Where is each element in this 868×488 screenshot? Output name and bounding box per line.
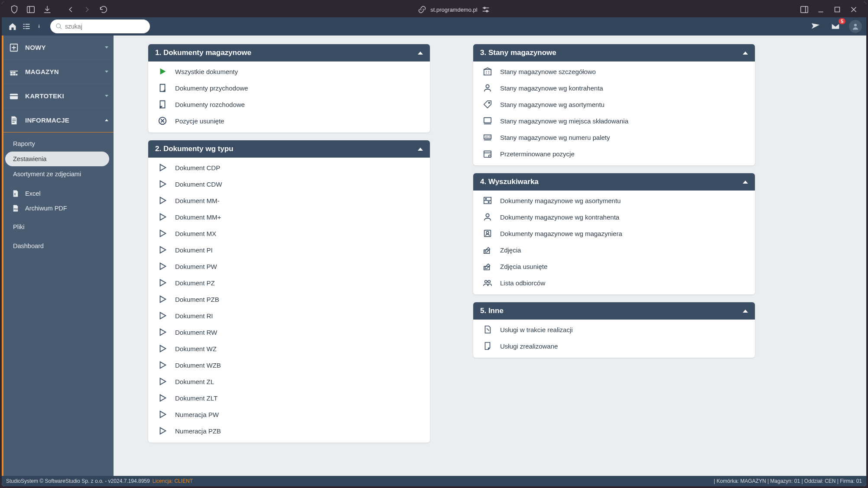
download-icon[interactable]: [42, 5, 52, 14]
list-item[interactable]: Dokument RW: [148, 324, 430, 340]
svg-point-57: [488, 281, 491, 283]
list-item[interactable]: Numeracja PW: [148, 406, 430, 423]
search-input[interactable]: [65, 23, 145, 30]
reload-icon[interactable]: [99, 5, 108, 14]
list-item[interactable]: Dokumenty magazynowe wg magazyniera: [473, 225, 755, 242]
list-item[interactable]: Przeterminowane pozycje: [473, 145, 755, 162]
home-icon[interactable]: [6, 20, 19, 33]
play-outline-icon: [157, 228, 168, 239]
svg-rect-50: [488, 201, 490, 203]
list-item[interactable]: Dokument CDP: [148, 159, 430, 176]
svg-rect-26: [16, 74, 18, 75]
list-item[interactable]: Dokumenty przychodowe: [148, 80, 430, 96]
send-icon[interactable]: [809, 20, 822, 33]
sidebar: NOWY MAGAZYN KARTOTEKI INFORMACJE Raport…: [2, 36, 114, 476]
sidebar-sub-asortyment[interactable]: Asortyment ze zdjęciami: [5, 167, 109, 181]
panel-header[interactable]: 2. Dokumenty wg typu: [148, 140, 430, 158]
shield-icon[interactable]: [10, 5, 19, 14]
list-item[interactable]: Wszystkie dokumenty: [148, 63, 430, 80]
list-item[interactable]: Dokument PW: [148, 258, 430, 275]
list-item[interactable]: Stany magazynowe wg kontrahenta: [473, 80, 755, 96]
mail-button[interactable]: 5: [829, 20, 842, 33]
sidebar-item-kartoteki[interactable]: KARTOTEKI: [3, 84, 114, 108]
people-icon: [482, 277, 493, 288]
svg-rect-31: [12, 120, 16, 121]
svg-rect-24: [10, 74, 13, 75]
sidebar-file-label: Excel: [25, 190, 40, 197]
sidebar-toggle-icon[interactable]: [26, 5, 36, 14]
svg-rect-27: [10, 71, 18, 71]
sidebar-item-nowy[interactable]: NOWY: [3, 36, 114, 60]
sidebar-sub-zestawienia[interactable]: Zestawienia: [5, 152, 109, 166]
list-item[interactable]: A123Stany magazynowe wg numeru palety: [473, 129, 755, 145]
list-item[interactable]: Dokumenty magazynowe wg asortymentu: [473, 192, 755, 209]
settings-slider-icon[interactable]: [481, 5, 491, 14]
panel-header[interactable]: 3. Stany magazynowe: [473, 44, 755, 61]
footer-copyright: StudioSystem © SoftwareStudio Sp. z o.o.…: [6, 478, 150, 484]
back-icon[interactable]: [66, 5, 75, 14]
sidebar-sub-excel[interactable]: X Excel: [3, 186, 114, 201]
list-item[interactable]: Dokument PI: [148, 242, 430, 258]
list-item[interactable]: Dokument CDW: [148, 176, 430, 192]
info-icon[interactable]: [34, 20, 47, 33]
list-item[interactable]: Dokument WZB: [148, 357, 430, 373]
search-box[interactable]: [50, 19, 150, 33]
forward-icon[interactable]: [82, 5, 92, 14]
collapse-icon[interactable]: [743, 310, 748, 313]
collapse-icon[interactable]: [743, 181, 748, 184]
panel-header[interactable]: 5. Inne: [473, 302, 755, 320]
list-item[interactable]: Dokumenty magazynowe wg kontrahenta: [473, 209, 755, 225]
sidebar-sub-pliki[interactable]: Pliki: [5, 220, 109, 234]
list-item-label: Zdjęcia usunięte: [500, 263, 547, 270]
url-text[interactable]: st.programdemo.pl: [430, 6, 477, 13]
panel-header[interactable]: 4. Wyszukiwarka: [473, 173, 755, 191]
list-item[interactable]: Usługi zrealizowane: [473, 338, 755, 354]
list-item[interactable]: Zdjęcia usunięte: [473, 258, 755, 275]
list-item[interactable]: Dokument ZL: [148, 373, 430, 390]
list-item[interactable]: Stany magazynowe szczegółowo: [473, 63, 755, 80]
status-bar: StudioSystem © SoftwareStudio Sp. z o.o.…: [2, 476, 866, 486]
collapse-icon[interactable]: [743, 52, 748, 55]
list-item[interactable]: Zdjęcia: [473, 242, 755, 258]
list-item[interactable]: Dokument PZB: [148, 291, 430, 307]
collapse-icon[interactable]: [418, 148, 423, 151]
list-item[interactable]: Pozycje usunięte: [148, 113, 430, 129]
search-icon: [55, 23, 62, 30]
panel-title: 3. Stany magazynowe: [480, 48, 556, 57]
list-item-label: Pozycje usunięte: [175, 117, 224, 125]
sidebar-sub-archiwum[interactable]: PDF Archiwum PDF: [3, 201, 114, 216]
chevron-down-icon: [105, 46, 108, 48]
person-icon: [482, 211, 493, 223]
list-item[interactable]: Stany magazynowe wg miejsca składowania: [473, 113, 755, 129]
panel-header[interactable]: 1. Dokumenty magazynowe: [148, 44, 430, 61]
svg-rect-14: [26, 26, 30, 27]
calendar-icon: [482, 148, 493, 159]
split-view-icon[interactable]: [800, 5, 809, 14]
list-item[interactable]: Dokumenty rozchodowe: [148, 96, 430, 113]
list-item[interactable]: Usługi w trakcie realizacji: [473, 321, 755, 338]
list-item[interactable]: Stany magazynowe wg asortymentu: [473, 96, 755, 113]
minimize-icon[interactable]: [816, 5, 826, 14]
collapse-icon[interactable]: [418, 52, 423, 55]
list-item[interactable]: Lista odbiorców: [473, 275, 755, 291]
list-icon[interactable]: [20, 20, 33, 33]
sidebar-item-magazyn[interactable]: MAGAZYN: [3, 60, 114, 84]
sidebar-sub-raporty[interactable]: Raporty: [5, 136, 109, 151]
svg-point-37: [486, 85, 489, 88]
list-item[interactable]: Numeracja PZB: [148, 423, 430, 439]
list-item[interactable]: Dokument RI: [148, 307, 430, 324]
svg-rect-39: [484, 118, 491, 123]
close-window-icon[interactable]: [849, 5, 858, 14]
list-item[interactable]: Dokument MM+: [148, 209, 430, 225]
list-item[interactable]: Dokument PZ: [148, 275, 430, 291]
list-item-label: Dokument MX: [175, 230, 216, 237]
maximize-icon[interactable]: [832, 5, 842, 14]
list-item[interactable]: Dokument MM-: [148, 192, 430, 209]
list-item[interactable]: Dokument ZLT: [148, 390, 430, 406]
svg-point-56: [485, 281, 488, 283]
user-avatar[interactable]: [849, 20, 862, 33]
list-item[interactable]: Dokument MX: [148, 225, 430, 242]
list-item[interactable]: Dokument WZ: [148, 340, 430, 357]
sidebar-item-informacje[interactable]: INFORMACJE: [3, 108, 114, 133]
sidebar-sub-dashboard[interactable]: Dashboard: [5, 239, 109, 253]
